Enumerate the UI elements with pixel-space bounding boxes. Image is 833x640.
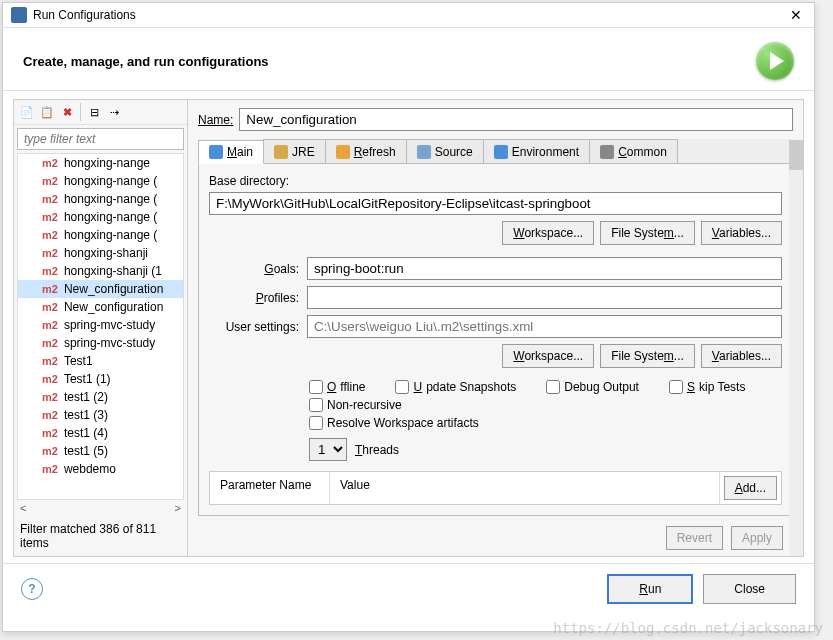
threads-select[interactable]: 1 bbox=[309, 438, 347, 461]
header: Create, manage, and run configurations bbox=[3, 28, 814, 91]
m2-icon: m2 bbox=[42, 427, 58, 439]
m2-icon: m2 bbox=[42, 175, 58, 187]
tree-item[interactable]: m2spring-mvc-study bbox=[18, 316, 183, 334]
tree-item-label: test1 (2) bbox=[64, 390, 108, 404]
user-settings-label: User settings: bbox=[209, 320, 299, 334]
workspace-button-2[interactable]: Workspace... bbox=[502, 344, 594, 368]
tab-environment[interactable]: Environment bbox=[483, 139, 590, 163]
param-name-header[interactable]: Parameter Name bbox=[210, 472, 330, 504]
expand-icon[interactable]: ⊟ bbox=[85, 103, 103, 121]
tree-item[interactable]: m2spring-mvc-study bbox=[18, 334, 183, 352]
filesystem-button[interactable]: File System... bbox=[600, 221, 695, 245]
tree-item[interactable]: m2Test1 (1) bbox=[18, 370, 183, 388]
base-dir-input[interactable] bbox=[209, 192, 782, 215]
right-panel: Name: MainJRERefreshSourceEnvironmentCom… bbox=[188, 100, 803, 556]
tree-item-label: hongxing-shanji (1 bbox=[64, 264, 162, 278]
variables-button-2[interactable]: Variables... bbox=[701, 344, 782, 368]
tree-item-label: hongxing-nange ( bbox=[64, 228, 157, 242]
tab-source[interactable]: Source bbox=[406, 139, 484, 163]
tab-common[interactable]: Common bbox=[589, 139, 678, 163]
delete-icon[interactable]: ✖ bbox=[58, 103, 76, 121]
tree-item[interactable]: m2test1 (4) bbox=[18, 424, 183, 442]
debug-output-checkbox[interactable]: Debug Output bbox=[546, 380, 639, 394]
user-settings-input[interactable] bbox=[307, 315, 782, 338]
goals-input[interactable] bbox=[307, 257, 782, 280]
m2-icon: m2 bbox=[42, 355, 58, 367]
tree-item-label: test1 (3) bbox=[64, 408, 108, 422]
run-icon-large bbox=[756, 42, 794, 80]
tree-item-label: spring-mvc-study bbox=[64, 336, 155, 350]
tab-label: Refresh bbox=[354, 145, 396, 159]
help-icon[interactable]: ? bbox=[21, 578, 43, 600]
goals-label: Goals: bbox=[209, 262, 299, 276]
m2-icon: m2 bbox=[42, 391, 58, 403]
m2-icon: m2 bbox=[42, 283, 58, 295]
tree-item[interactable]: m2hongxing-nange bbox=[18, 154, 183, 172]
tree-item[interactable]: m2webdemo bbox=[18, 460, 183, 478]
jre-tab-icon bbox=[274, 145, 288, 159]
tab-main-panel: Base directory: Workspace... File System… bbox=[198, 164, 793, 516]
scroll-right[interactable]: > bbox=[175, 502, 181, 514]
non-recursive-checkbox[interactable]: Non-recursive bbox=[309, 398, 402, 412]
offline-checkbox[interactable]: Offline bbox=[309, 380, 365, 394]
resolve-artifacts-checkbox[interactable]: Resolve Workspace artifacts bbox=[309, 416, 782, 430]
tree-item[interactable]: m2test1 (3) bbox=[18, 406, 183, 424]
new-config-icon[interactable]: 📄 bbox=[18, 103, 36, 121]
param-value-header[interactable]: Value bbox=[330, 472, 720, 504]
tree-item[interactable]: m2hongxing-nange ( bbox=[18, 172, 183, 190]
update-snapshots-checkbox[interactable]: Update Snapshots bbox=[395, 380, 516, 394]
m2-icon: m2 bbox=[42, 157, 58, 169]
scroll-left[interactable]: < bbox=[20, 502, 26, 514]
filesystem-button-2[interactable]: File System... bbox=[600, 344, 695, 368]
duplicate-icon[interactable]: 📋 bbox=[38, 103, 56, 121]
skip-tests-checkbox[interactable]: Skip Tests bbox=[669, 380, 745, 394]
tree-item-label: test1 (5) bbox=[64, 444, 108, 458]
tab-jre[interactable]: JRE bbox=[263, 139, 326, 163]
config-toolbar: 📄 📋 ✖ ⊟ ⇢ bbox=[14, 100, 187, 125]
tree-item-label: webdemo bbox=[64, 462, 116, 476]
main-tab-icon bbox=[209, 145, 223, 159]
tree-item[interactable]: m2test1 (2) bbox=[18, 388, 183, 406]
variables-button[interactable]: Variables... bbox=[701, 221, 782, 245]
filter-input[interactable] bbox=[17, 128, 184, 150]
tab-label: Source bbox=[435, 145, 473, 159]
tree-item-label: hongxing-nange bbox=[64, 156, 150, 170]
filter-status: Filter matched 386 of 811 items bbox=[14, 516, 187, 556]
m2-icon: m2 bbox=[42, 463, 58, 475]
tree-item-label: New_configuration bbox=[64, 300, 163, 314]
tab-refresh[interactable]: Refresh bbox=[325, 139, 407, 163]
revert-button: Revert bbox=[666, 526, 723, 550]
tree-item-label: test1 (4) bbox=[64, 426, 108, 440]
workspace-button[interactable]: Workspace... bbox=[502, 221, 594, 245]
scrollbar[interactable] bbox=[789, 140, 803, 556]
tree-item[interactable]: m2hongxing-nange ( bbox=[18, 190, 183, 208]
name-label: Name: bbox=[198, 113, 233, 127]
m2-icon: m2 bbox=[42, 445, 58, 457]
close-icon[interactable]: ✕ bbox=[786, 7, 806, 23]
add-param-button[interactable]: Add... bbox=[724, 476, 777, 500]
tree-item[interactable]: m2New_configuration bbox=[18, 298, 183, 316]
tab-main[interactable]: Main bbox=[198, 140, 264, 164]
tree-item[interactable]: m2hongxing-shanji (1 bbox=[18, 262, 183, 280]
apply-button: Apply bbox=[731, 526, 783, 550]
close-button[interactable]: Close bbox=[703, 574, 796, 604]
tree-item[interactable]: m2hongxing-nange ( bbox=[18, 226, 183, 244]
m2-icon: m2 bbox=[42, 229, 58, 241]
tree-item-label: Test1 bbox=[64, 354, 93, 368]
tree-item[interactable]: m2hongxing-nange ( bbox=[18, 208, 183, 226]
parameter-table: Parameter Name Value Add... bbox=[209, 471, 782, 505]
m2-icon: m2 bbox=[42, 409, 58, 421]
collapse-icon[interactable]: ⇢ bbox=[105, 103, 123, 121]
header-title: Create, manage, and run configurations bbox=[23, 54, 269, 69]
tree-item[interactable]: m2Test1 bbox=[18, 352, 183, 370]
tree-item[interactable]: m2test1 (5) bbox=[18, 442, 183, 460]
threads-label: Threads bbox=[355, 443, 399, 457]
tree-item[interactable]: m2New_configuration bbox=[18, 280, 183, 298]
tree-item-label: hongxing-nange ( bbox=[64, 210, 157, 224]
m2-icon: m2 bbox=[42, 337, 58, 349]
name-input[interactable] bbox=[239, 108, 793, 131]
run-button[interactable]: Run bbox=[607, 574, 693, 604]
tree-item[interactable]: m2hongxing-shanji bbox=[18, 244, 183, 262]
profiles-input[interactable] bbox=[307, 286, 782, 309]
base-dir-label: Base directory: bbox=[209, 174, 782, 188]
